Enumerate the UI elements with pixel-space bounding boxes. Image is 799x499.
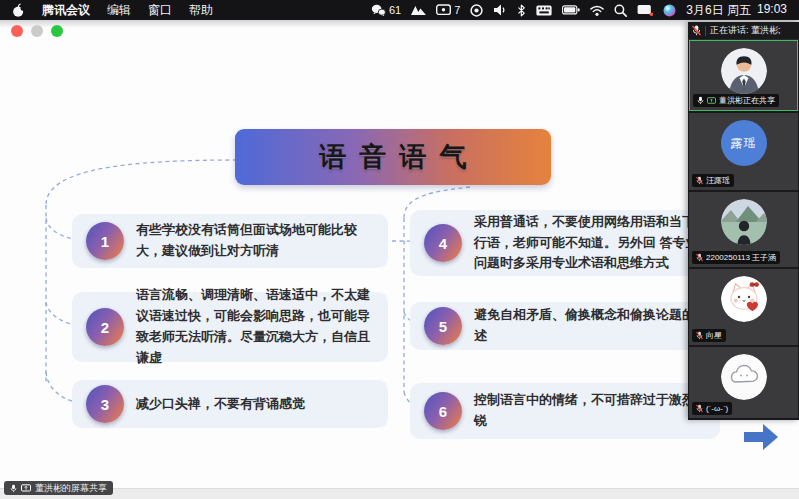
mic-icon — [697, 96, 704, 105]
menubar-time: 19:03 — [757, 2, 787, 19]
header-divider — [705, 26, 706, 36]
point-text: 控制语言中的情绪，不可措辞过于激烈尖锐 — [474, 390, 720, 432]
mic-muted-icon — [696, 404, 703, 413]
apple-menu-icon[interactable] — [12, 3, 25, 18]
window-shadow — [0, 20, 799, 28]
participants-panel: 正在讲话: 董洪彬; 董洪彬正在共享 露瑶 汪露瑶 — [688, 22, 799, 420]
speaking-indicator: 正在讲话: 董洪彬; — [688, 22, 799, 40]
point-number-badge: 2 — [86, 308, 124, 346]
search-icon[interactable] — [614, 4, 627, 17]
point-card-4: 4 采用普通话，不要使用网络用语和当下流行语，老师可能不知道。另外回 答专业问题… — [410, 210, 720, 276]
scenery-avatar — [721, 199, 767, 245]
point-number-badge: 6 — [424, 392, 462, 430]
point-text: 避免自相矛盾、偷换概念和偷换论题的表述 — [474, 305, 720, 347]
bluetooth-icon[interactable] — [517, 4, 526, 17]
record-icon[interactable] — [470, 4, 483, 17]
initials-avatar: 露瑶 — [721, 120, 767, 166]
meeting-tv-icon[interactable]: 7 — [436, 4, 460, 16]
participant-name-badge: 向星 — [692, 329, 726, 342]
participant-name-badge: 董洪彬正在共享 — [693, 94, 779, 107]
meeting-count: 7 — [454, 5, 460, 16]
wifi-icon[interactable] — [590, 5, 604, 16]
participant-tile-sharer[interactable]: 董洪彬正在共享 — [689, 40, 798, 111]
participant-tile[interactable]: (´-ω-`) — [689, 347, 798, 418]
close-button[interactable] — [11, 25, 23, 37]
screen-share-icon — [707, 97, 716, 105]
siri-icon[interactable] — [663, 4, 676, 17]
battery-icon[interactable] — [562, 5, 580, 15]
menu-app-name[interactable]: 腾讯会议 — [42, 2, 90, 19]
mic-icon — [10, 484, 17, 493]
minimize-button[interactable] — [31, 25, 43, 37]
point-card-5: 5 避免自相矛盾、偷换概念和偷换论题的表述 — [410, 302, 720, 350]
cat-avatar — [721, 276, 767, 322]
participant-tile[interactable]: 向星 — [689, 269, 798, 345]
window-controls — [11, 25, 63, 37]
screen-with-dot-icon[interactable] — [637, 4, 653, 16]
point-number-badge: 3 — [86, 385, 124, 423]
zoom-button[interactable] — [51, 25, 63, 37]
chat-icon[interactable]: 61 — [371, 4, 401, 17]
point-card-6: 6 控制语言中的情绪，不可措辞过于激烈尖锐 — [410, 383, 720, 439]
menubar-clock[interactable]: 3月6日 周五 19:03 — [686, 2, 787, 19]
point-text: 有些学校没有话筒但面试场地可能比较大，建议做到让对方听清 — [136, 220, 388, 262]
mic-muted-icon — [692, 25, 701, 36]
point-card-3: 3 减少口头禅，不要有背诵感觉 — [72, 380, 388, 428]
next-arrow-icon[interactable] — [744, 423, 778, 451]
bottom-strip — [0, 488, 799, 499]
menu-item-help[interactable]: 帮助 — [189, 2, 213, 19]
mic-muted-icon — [696, 331, 703, 340]
participant-name-badge: 2200250113 王子涵 — [692, 251, 780, 264]
slide-title: 语音语气 — [235, 129, 551, 185]
point-card-2: 2 语言流畅、调理清晰、语速适中，不太建议语速过快，可能会影响思路，也可能导致老… — [72, 292, 388, 362]
keyboard-icon[interactable] — [536, 5, 552, 16]
point-text: 减少口头禅，不要有背诵感觉 — [136, 394, 316, 415]
screen-share-indicator: 董洪彬的屏幕共享 — [4, 481, 113, 495]
share-label: 董洪彬的屏幕共享 — [35, 482, 107, 495]
point-text: 语言流畅、调理清晰、语速适中，不太建议语速过快，可能会影响思路，也可能导致老师无… — [136, 285, 388, 368]
point-number-badge: 5 — [424, 307, 462, 345]
volume-icon[interactable] — [493, 4, 507, 16]
point-number-badge: 4 — [424, 224, 462, 262]
speaking-label: 正在讲话: 董洪彬; — [710, 24, 781, 37]
point-card-1: 1 有些学校没有话筒但面试场地可能比较大，建议做到让对方听清 — [72, 214, 388, 268]
menu-bar: 腾讯会议 编辑 窗口 帮助 61 7 — [0, 0, 799, 20]
menu-item-edit[interactable]: 编辑 — [107, 2, 131, 19]
participant-tile[interactable]: 2200250113 王子涵 — [689, 192, 798, 267]
menubar-date: 3月6日 周五 — [686, 2, 751, 19]
point-number-badge: 1 — [86, 222, 124, 260]
menu-item-window[interactable]: 窗口 — [148, 2, 172, 19]
participant-name-badge: 汪露瑶 — [692, 174, 734, 187]
participant-name-badge: (´-ω-`) — [692, 402, 732, 415]
participant-tile[interactable]: 露瑶 汪露瑶 — [689, 113, 798, 190]
mic-muted-icon — [696, 253, 703, 262]
mic-muted-icon — [696, 176, 703, 185]
point-text: 采用普通话，不要使用网络用语和当下流行语，老师可能不知道。另外回 答专业问题时多… — [474, 212, 720, 274]
mountains-icon[interactable] — [411, 4, 426, 16]
desktop-screen: 腾讯会议 编辑 窗口 帮助 61 7 — [0, 0, 799, 499]
person-avatar — [721, 48, 767, 94]
cloud-avatar — [721, 354, 767, 400]
chat-count: 61 — [389, 5, 401, 16]
screen-share-icon — [21, 484, 31, 493]
